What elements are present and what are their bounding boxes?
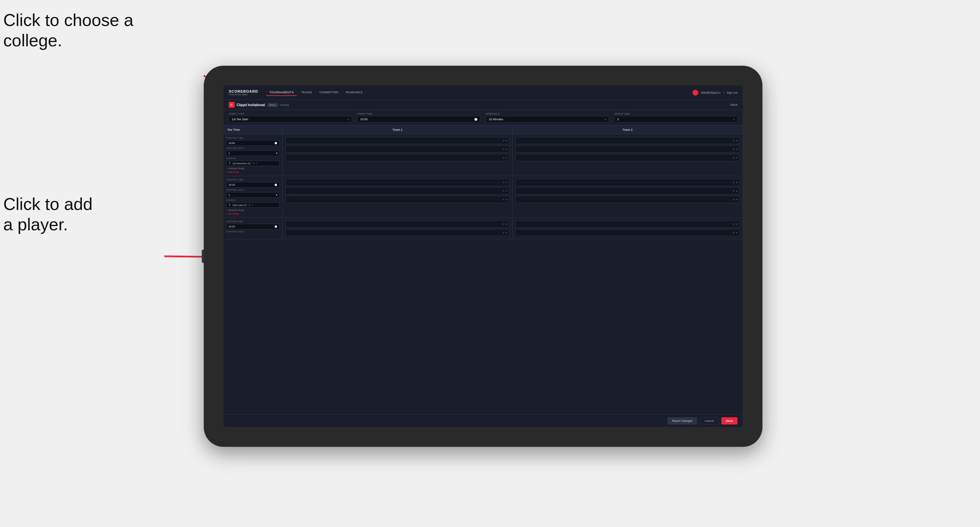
team2-cell-3: ✕ ▾ ✕ ▾ [513, 218, 743, 239]
close-icon-r3-2[interactable]: ✕ [503, 231, 505, 234]
starting-time-input-2[interactable]: 10:10 🕐 [226, 182, 280, 187]
chevron-down-icon-3[interactable]: ▾ [506, 156, 508, 159]
player-slot-2-2[interactable]: ✕ ▾ [515, 146, 740, 153]
back-button[interactable]: Back [729, 103, 737, 106]
tee-row-3: STARTING TIME: 10:20 🕐 STARTING HOLE: ✕ … [223, 218, 743, 239]
course-label-1: COURSE: [226, 157, 280, 159]
player-slot-r2-1-3[interactable]: ✕ ▾ [285, 196, 510, 203]
chevron-down-icon-r2-6[interactable]: ▾ [736, 198, 737, 201]
nav-rankings[interactable]: RANKINGS [342, 89, 366, 96]
chevron-down-icon-r2[interactable]: ▾ [506, 181, 508, 184]
nav-teams[interactable]: TEAMS [298, 89, 315, 96]
add-group-btn-1[interactable]: + Add Group [226, 171, 280, 173]
starting-time-input-3[interactable]: 10:20 🕐 [226, 224, 280, 229]
annotation-choose-college: Click to choose a college. [3, 10, 134, 51]
chevron-down-icon-6[interactable]: ▾ [736, 156, 737, 159]
player-slot-1-1[interactable]: ✕ ▾ [285, 137, 510, 144]
brand: SCOREBOARD Powered by clippd [229, 89, 258, 95]
player-slot-r3-2-1[interactable]: ✕ ▾ [515, 221, 740, 228]
remove-course-icon-1[interactable]: ✕ [252, 162, 255, 165]
remove-group-btn-2[interactable]: ○ Remove Group [226, 209, 280, 211]
close-icon-r2-2[interactable]: ✕ [503, 190, 505, 192]
chevron-down-icon-4[interactable]: ▾ [736, 139, 737, 142]
chevron-down-icon-r2-4[interactable]: ▾ [736, 181, 737, 184]
close-icon-r2-3[interactable]: ✕ [503, 198, 505, 201]
chevron-down-icon-r3-4[interactable]: ▾ [736, 231, 737, 234]
intervals-label: Intervals [486, 113, 609, 115]
chevron-icon-hole-2: ▾ [276, 194, 277, 197]
save-button[interactable]: Save [721, 417, 737, 424]
tee-controls-1: STARTING TIME: 10:00 🕐 STARTING HOLE: 1 … [223, 134, 283, 176]
starting-time-input-1[interactable]: 10:00 🕐 [226, 140, 280, 146]
remove-course-icon-2[interactable]: ✕ [248, 204, 250, 206]
intervals-input[interactable]: 10 Minutes ▾ [486, 116, 609, 122]
remove-group-btn-1[interactable]: ○ Remove Group [226, 167, 280, 170]
starting-hole-input-1[interactable]: 1 ▾ [226, 151, 280, 156]
start-type-group: Start Type 1st Tee Start ▾ [229, 113, 352, 122]
starting-time-label-1: STARTING TIME: [226, 137, 280, 139]
event-title: Clippd Invitational [237, 103, 265, 107]
close-icon-r2-5[interactable]: ✕ [733, 190, 735, 192]
close-icon-4[interactable]: ✕ [733, 139, 735, 142]
tee-row-2: STARTING TIME: 10:10 🕐 STARTING HOLE: 1 … [223, 176, 743, 218]
clippd-logo: C [229, 102, 235, 108]
chevron-down-icon-r3-3[interactable]: ▾ [736, 223, 737, 226]
close-icon-r3-4[interactable]: ✕ [733, 231, 735, 234]
close-icon-r3-3[interactable]: ✕ [733, 223, 735, 226]
settings-bar: Start Type 1st Tee Start ▾ Start Time 10… [223, 110, 743, 125]
close-icon-3[interactable]: ✕ [503, 156, 505, 159]
player-slot-r2-1-1[interactable]: ✕ ▾ [285, 179, 510, 186]
tablet-screen: SCOREBOARD Powered by clippd TOURNAMENTS… [223, 86, 743, 427]
close-icon-5[interactable]: ✕ [733, 148, 735, 151]
player-slot-1-3[interactable]: ✕ ▾ [285, 154, 510, 161]
col-team1: Team 1 [283, 125, 513, 134]
tee-controls-3: STARTING TIME: 10:20 🕐 STARTING HOLE: [223, 218, 283, 239]
close-icon-2[interactable]: ✕ [503, 148, 505, 151]
team1-cell-2: ✕ ▾ ✕ ▾ ✕ ▾ [283, 176, 513, 217]
player-slot-r2-2-3[interactable]: ✕ ▾ [515, 196, 740, 203]
player-slot-r2-2-2[interactable]: ✕ ▾ [515, 187, 740, 195]
nav-committee[interactable]: COMMITTEE [316, 89, 342, 96]
clock-icon-1: 🕐 [274, 142, 277, 144]
chevron-down-icon[interactable]: ▾ [506, 139, 508, 142]
player-slot-1-2[interactable]: ✕ ▾ [285, 146, 510, 153]
reset-changes-button[interactable]: Reset Changes [667, 417, 697, 424]
chevron-down-icon-r2-5[interactable]: ▾ [736, 190, 737, 192]
clock-icon-2: 🕐 [274, 184, 277, 186]
cancel-button[interactable]: Cancel [700, 417, 719, 424]
close-icon-r2[interactable]: ✕ [503, 181, 505, 184]
chevron-down-icon-r2-3[interactable]: ▾ [506, 198, 508, 201]
start-time-input[interactable]: 10:00 🕐 [357, 116, 480, 122]
remove-icon-1: ○ [226, 167, 228, 170]
player-slot-r3-2-2[interactable]: ✕ ▾ [515, 229, 740, 236]
chevron-down-icon-2[interactable]: ▾ [506, 148, 508, 151]
player-slot-r3-1-2[interactable]: ✕ ▾ [285, 229, 510, 236]
sign-out-link[interactable]: Sign out [727, 91, 737, 94]
course-badge-2[interactable]: 🏌 East Lake GC ✕ ▾ [226, 202, 280, 208]
starting-hole-input-2[interactable]: 1 ▾ [226, 192, 280, 198]
close-icon-r2-6[interactable]: ✕ [733, 198, 735, 201]
player-slot-2-3[interactable]: ✕ ▾ [515, 154, 740, 161]
player-slot-2-1[interactable]: ✕ ▾ [515, 137, 740, 144]
team2-cell-1: ✕ ▾ ✕ ▾ ✕ ▾ [513, 134, 743, 176]
close-icon-r3[interactable]: ✕ [503, 223, 505, 226]
chevron-down-icon-r3[interactable]: ▾ [506, 223, 508, 226]
chevron-down-icon-r3-2[interactable]: ▾ [506, 231, 508, 234]
breadcrumb-bar: C Clippd Invitational (Men) Hosting Back [223, 100, 743, 110]
player-slot-r2-1-2[interactable]: ✕ ▾ [285, 187, 510, 195]
user-email: blair@clippd.io [701, 91, 721, 94]
chevron-down-icon-r2-2[interactable]: ▾ [506, 190, 508, 192]
close-icon-6[interactable]: ✕ [733, 156, 735, 159]
close-icon-r2-4[interactable]: ✕ [733, 181, 735, 184]
player-slot-r3-1-1[interactable]: ✕ ▾ [285, 221, 510, 228]
close-icon[interactable]: ✕ [503, 139, 505, 142]
clock-icon: 🕐 [474, 118, 477, 121]
starting-time-label-2: STARTING TIME: [226, 179, 280, 181]
group-size-input[interactable]: 3 ▾ [614, 116, 737, 122]
nav-tournaments[interactable]: TOURNAMENTS [266, 89, 297, 96]
course-badge-1[interactable]: 🏌 (A) Peachtree GC ✕ ▾ [226, 161, 280, 166]
start-type-input[interactable]: 1st Tee Start ▾ [229, 116, 352, 122]
player-slot-r2-2-1[interactable]: ✕ ▾ [515, 179, 740, 186]
add-group-btn-2[interactable]: + Add Group [226, 213, 280, 215]
chevron-down-icon-5[interactable]: ▾ [736, 148, 737, 151]
